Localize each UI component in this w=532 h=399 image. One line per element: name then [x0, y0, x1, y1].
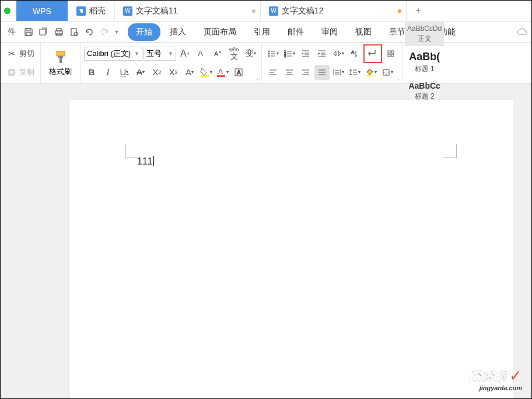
font-name-select[interactable]: Calibri (正文) ▼	[84, 47, 142, 61]
underline-button[interactable]: U▾	[117, 65, 132, 80]
svg-rect-12	[57, 51, 65, 56]
copy-button[interactable]: 复制	[4, 66, 37, 79]
paragraph-dialog-launcher-icon[interactable]: ⌐	[398, 76, 401, 82]
tab-doc-12[interactable]: W 文字文稿12	[261, 1, 407, 21]
word-doc-icon: W	[269, 6, 278, 16]
svg-text:A: A	[351, 50, 355, 55]
enclose-char-button[interactable]: A	[231, 65, 246, 80]
align-left-button[interactable]	[265, 65, 281, 80]
paragraph-marks-button[interactable]	[383, 46, 398, 61]
qat-dropdown-icon[interactable]: ▼	[113, 25, 121, 39]
document-page[interactable]: 111	[69, 100, 513, 399]
shading-button[interactable]: ▾	[363, 65, 379, 80]
borders-button[interactable]: ▾	[380, 65, 395, 80]
subscript-button[interactable]: X2	[166, 65, 181, 80]
align-center-button[interactable]	[282, 65, 297, 80]
save-as-icon[interactable]	[37, 25, 51, 39]
redo-icon[interactable]	[97, 25, 111, 39]
increase-indent-button[interactable]	[314, 46, 330, 61]
format-brush-button[interactable]: 格式刷	[44, 47, 76, 79]
menu-insert[interactable]: 插入	[162, 23, 194, 41]
increase-font-button[interactable]: A+	[177, 46, 192, 61]
document-text: 111	[137, 156, 153, 166]
traffic-light-maximize[interactable]	[4, 8, 10, 14]
italic-button[interactable]: I	[100, 65, 116, 80]
font-group: Calibri (正文) ▼ 五号 ▼ A+ A- A wěn 文 变▾ B I	[80, 43, 262, 83]
bold-button[interactable]: B	[84, 65, 99, 80]
tab-doc12-label: 文字文稿12	[282, 6, 324, 16]
watermark-text: 经验啦	[468, 369, 507, 384]
word-doc-icon: W	[123, 6, 132, 16]
style-h2-preview: AaBbCc	[408, 81, 440, 90]
svg-point-25	[268, 55, 270, 57]
svg-rect-3	[26, 33, 31, 36]
sort-button[interactable]: A	[347, 46, 362, 61]
style-normal-label: 正文	[418, 34, 432, 44]
cut-button[interactable]: ✂ 剪切	[4, 47, 37, 60]
svg-rect-18	[217, 75, 225, 77]
new-tab-button[interactable]: +	[407, 1, 430, 21]
menu-review[interactable]: 审阅	[313, 23, 346, 41]
menu-layout[interactable]: 页面布局	[195, 23, 244, 41]
svg-point-21	[268, 51, 270, 52]
scissors-icon: ✂	[6, 48, 17, 59]
number-list-button[interactable]: 123▾	[282, 46, 297, 61]
decrease-font-button[interactable]: A-	[194, 46, 209, 61]
chevron-down-icon: ▼	[134, 51, 139, 57]
copy-icon	[6, 67, 17, 78]
menu-start[interactable]: 开始	[128, 23, 160, 41]
tab-wps-home[interactable]: WPS	[16, 1, 68, 21]
window-controls	[1, 1, 16, 21]
svg-rect-66	[366, 75, 373, 76]
tab-wps-label: WPS	[33, 6, 51, 16]
distribute-button[interactable]: ▾	[331, 65, 346, 80]
file-menu-suffix[interactable]: 件	[3, 27, 20, 37]
highlight-button[interactable]: ▾	[198, 65, 214, 80]
text-cursor-icon	[153, 156, 155, 166]
text-effects-button[interactable]: A▾	[182, 65, 197, 80]
line-break-button[interactable]	[365, 46, 380, 61]
bullet-list-button[interactable]: ▾	[265, 46, 281, 61]
svg-rect-13	[58, 56, 63, 58]
strikethrough-button[interactable]: A▾	[133, 65, 148, 80]
save-icon[interactable]	[22, 25, 36, 39]
document-viewport: 111	[1, 83, 531, 399]
tab-doc-11[interactable]: W 文字文稿11	[115, 1, 261, 21]
menu-mail[interactable]: 邮件	[279, 23, 312, 41]
cut-label: 剪切	[19, 48, 34, 59]
style-heading1[interactable]: AaBb( 标题 1	[407, 48, 443, 76]
print-preview-icon[interactable]	[67, 25, 81, 39]
font-size-select[interactable]: 五号 ▼	[144, 47, 176, 61]
tab-daoke[interactable]: 稻壳	[68, 1, 115, 21]
menu-bar: 件 ▼ 开始 插入 页面布局 引用 邮件 审阅 视图 章节 特色功能	[1, 22, 531, 43]
watermark-url: jingyanla.com	[468, 384, 522, 391]
clear-format-button[interactable]: A	[210, 46, 225, 61]
style-h1-label: 标题 1	[415, 64, 435, 74]
font-name-value: Calibri (正文)	[87, 48, 131, 59]
margin-corner-tl-icon	[125, 144, 139, 158]
clipboard-group: ✂ 剪切 复制	[1, 43, 41, 83]
font-size-value: 五号	[146, 48, 162, 59]
svg-text:A: A	[237, 69, 241, 76]
menu-view[interactable]: 视图	[347, 23, 380, 41]
cloud-icon[interactable]	[515, 25, 529, 39]
tab-doc11-label: 文字文稿11	[136, 6, 178, 16]
undo-icon[interactable]	[82, 25, 96, 39]
daoke-icon	[76, 6, 86, 16]
menu-reference[interactable]: 引用	[246, 23, 278, 41]
format-brush-label: 格式刷	[49, 66, 72, 77]
superscript-button[interactable]: X2	[149, 65, 164, 80]
font-dialog-launcher-icon[interactable]: ⌐	[257, 76, 260, 82]
svg-rect-10	[9, 71, 13, 75]
align-right-button[interactable]	[298, 65, 313, 80]
print-icon[interactable]	[52, 25, 66, 39]
decrease-indent-button[interactable]	[298, 46, 313, 61]
asian-layout-button[interactable]: ▾	[331, 46, 346, 61]
font-color-button[interactable]: A▾	[215, 65, 230, 80]
change-case-button[interactable]: 变▾	[243, 46, 258, 61]
pinyin-button[interactable]: wěn 文	[226, 46, 242, 61]
svg-point-23	[268, 53, 270, 54]
align-justify-button[interactable]	[314, 65, 330, 80]
line-spacing-button[interactable]: ▾	[347, 65, 362, 80]
style-normal[interactable]: AaBbCcDd 正文	[405, 22, 444, 46]
